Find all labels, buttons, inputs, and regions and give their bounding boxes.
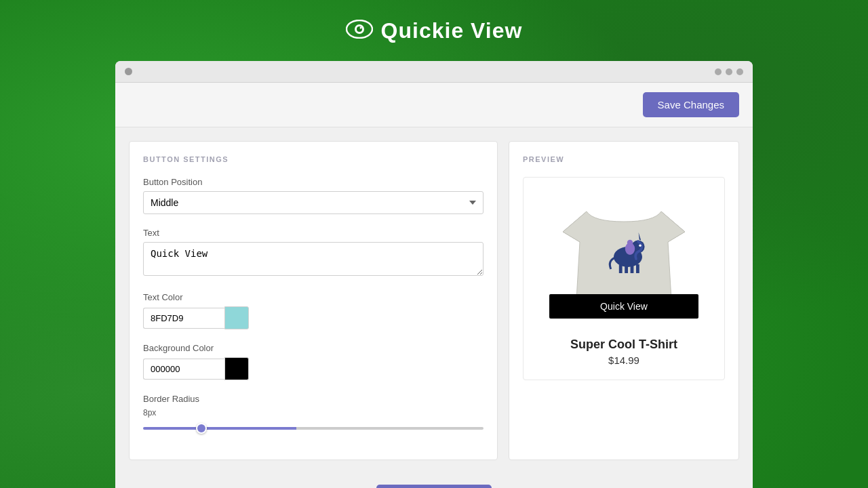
window-dot-1 bbox=[715, 68, 722, 75]
settings-panel: BUTTON SETTINGS Button Position Top Midd… bbox=[129, 141, 498, 460]
window-dot-2 bbox=[726, 68, 732, 75]
text-color-group: Text Color bbox=[143, 292, 484, 329]
svg-rect-10 bbox=[636, 264, 639, 273]
product-price: $14.99 bbox=[608, 354, 639, 366]
svg-point-13 bbox=[627, 240, 633, 245]
product-image-container: Quick View bbox=[549, 191, 698, 327]
save-changes-button-bottom[interactable]: Save Changes bbox=[376, 485, 492, 488]
svg-point-11 bbox=[639, 244, 642, 247]
settings-panel-heading: BUTTON SETTINGS bbox=[143, 155, 484, 163]
window-dot-3 bbox=[736, 68, 743, 75]
preview-panel: PREVIEW bbox=[509, 141, 739, 460]
app-title: Quickie View bbox=[381, 18, 523, 43]
main-window: Save Changes BUTTON SETTINGS Button Posi… bbox=[115, 61, 753, 488]
bg-color-input-group bbox=[143, 357, 484, 380]
window-controls-right bbox=[715, 68, 743, 75]
save-changes-button-top[interactable]: Save Changes bbox=[643, 92, 739, 117]
app-header: Quickie View bbox=[0, 0, 868, 61]
bg-color-group: Background Color bbox=[143, 343, 484, 380]
button-position-label: Button Position bbox=[143, 177, 484, 187]
app-logo: Quickie View bbox=[346, 18, 523, 43]
svg-point-3 bbox=[359, 27, 361, 29]
bg-color-label: Background Color bbox=[143, 343, 484, 353]
text-color-label: Text Color bbox=[143, 292, 484, 302]
product-name: Super Cool T-Shirt bbox=[570, 338, 677, 352]
text-group: Text Quick View bbox=[143, 228, 484, 279]
content-area: BUTTON SETTINGS Button Position Top Midd… bbox=[115, 127, 753, 474]
svg-rect-7 bbox=[619, 264, 623, 273]
svg-rect-8 bbox=[625, 264, 628, 273]
button-position-group: Button Position Top Middle Bottom bbox=[143, 177, 484, 214]
quick-view-overlay: Quick View bbox=[549, 294, 698, 319]
border-radius-value: 8px bbox=[143, 408, 484, 418]
svg-rect-9 bbox=[631, 264, 634, 273]
text-input[interactable]: Quick View bbox=[143, 242, 484, 276]
preview-inner: Quick View Super Cool T-Shirt $14.99 bbox=[523, 177, 725, 380]
text-color-swatch[interactable] bbox=[224, 306, 249, 329]
text-color-input[interactable] bbox=[143, 308, 224, 329]
traffic-lights bbox=[125, 68, 132, 75]
text-color-input-group bbox=[143, 306, 484, 329]
text-label: Text bbox=[143, 228, 484, 238]
bottom-bar: Save Changes bbox=[115, 474, 753, 488]
border-radius-group: Border Radius 8px bbox=[143, 394, 484, 432]
preview-panel-heading: PREVIEW bbox=[523, 155, 725, 163]
eye-icon bbox=[346, 18, 373, 43]
border-radius-label: Border Radius bbox=[143, 394, 484, 404]
window-titlebar bbox=[115, 61, 753, 83]
bg-color-swatch[interactable] bbox=[224, 357, 249, 380]
border-radius-slider[interactable] bbox=[143, 427, 484, 430]
toolbar: Save Changes bbox=[115, 83, 753, 127]
button-position-select[interactable]: Top Middle Bottom bbox=[143, 191, 484, 214]
traffic-light-close bbox=[125, 68, 132, 75]
bg-color-input[interactable] bbox=[143, 359, 224, 380]
quick-view-text: Quick View bbox=[600, 301, 648, 312]
